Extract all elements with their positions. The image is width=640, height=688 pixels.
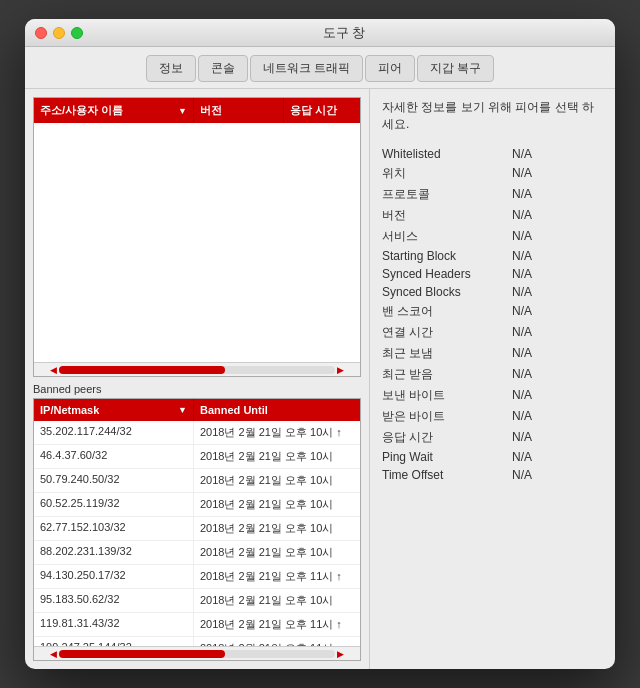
banned-row[interactable]: 62.77.152.103/32 2018년 2월 21일 오후 10시: [34, 517, 360, 541]
banned-table-body[interactable]: 35.202.117.244/32 2018년 2월 21일 오후 10시 ↑ …: [34, 421, 360, 646]
banned-row[interactable]: 46.4.37.60/32 2018년 2월 21일 오후 10시: [34, 445, 360, 469]
banned-row[interactable]: 199.247.25.144/32 2018년 2월 21일 오후 11시 ↑: [34, 637, 360, 646]
tab-console[interactable]: 콘솔: [198, 55, 248, 82]
banned-ip: 62.77.152.103/32: [34, 517, 194, 540]
col-addr-header[interactable]: 주소/사용자 이름 ▼: [34, 98, 194, 123]
banned-until: 2018년 2월 21일 오후 10시: [194, 589, 360, 612]
peers-h-scrollbar[interactable]: ◀ ▶: [34, 362, 360, 376]
tab-info[interactable]: 정보: [146, 55, 196, 82]
banned-until: 2018년 2월 21일 오후 10시: [194, 445, 360, 468]
info-label: 버전: [382, 207, 512, 224]
detail-fields: Whitelisted N/A 위치 N/A 프로토콜 N/A 버전 N/A 서…: [382, 147, 603, 482]
info-label: Synced Blocks: [382, 285, 512, 299]
info-value: N/A: [512, 208, 532, 222]
info-value: N/A: [512, 430, 532, 444]
info-row: 응답 시간 N/A: [382, 429, 603, 446]
info-label: 밴 스코어: [382, 303, 512, 320]
banned-row[interactable]: 35.202.117.244/32 2018년 2월 21일 오후 10시 ↑: [34, 421, 360, 445]
traffic-lights: [35, 27, 83, 39]
select-hint: 자세한 정보를 보기 위해 피어를 선택 하세요.: [382, 99, 603, 133]
banned-ip: 35.202.117.244/32: [34, 421, 194, 444]
banned-scroll-left[interactable]: ◀: [48, 649, 59, 659]
info-label: Ping Wait: [382, 450, 512, 464]
content-area: 주소/사용자 이름 ▼ 버전 응답 시간 ◀ ▶: [25, 89, 615, 669]
info-row: 버전 N/A: [382, 207, 603, 224]
peers-table-body[interactable]: [34, 123, 360, 362]
info-value: N/A: [512, 147, 532, 161]
info-label: 응답 시간: [382, 429, 512, 446]
tab-peers[interactable]: 피어: [365, 55, 415, 82]
banned-h-track[interactable]: [59, 650, 335, 658]
banned-ip: 94.130.250.17/32: [34, 565, 194, 588]
tab-wallet-recovery[interactable]: 지갑 복구: [417, 55, 494, 82]
info-value: N/A: [512, 468, 532, 482]
maximize-button[interactable]: [71, 27, 83, 39]
window-title: 도구 창: [83, 24, 605, 42]
scroll-right-arrow[interactable]: ▶: [335, 365, 346, 375]
info-row: 위치 N/A: [382, 165, 603, 182]
h-scroll-thumb[interactable]: [59, 366, 225, 374]
info-row: 최근 보냄 N/A: [382, 345, 603, 362]
banned-scroll-right[interactable]: ▶: [335, 649, 346, 659]
banned-row[interactable]: 60.52.25.119/32 2018년 2월 21일 오후 10시: [34, 493, 360, 517]
info-value: N/A: [512, 450, 532, 464]
banned-row[interactable]: 88.202.231.139/32 2018년 2월 21일 오후 10시: [34, 541, 360, 565]
col-until-header[interactable]: Banned Until: [194, 399, 360, 421]
info-label: 프로토콜: [382, 186, 512, 203]
info-value: N/A: [512, 249, 532, 263]
info-label: Starting Block: [382, 249, 512, 263]
sort-arrow-ip: ▼: [178, 405, 187, 415]
info-value: N/A: [512, 267, 532, 281]
close-button[interactable]: [35, 27, 47, 39]
info-label: Synced Headers: [382, 267, 512, 281]
banned-row[interactable]: 94.130.250.17/32 2018년 2월 21일 오후 11시 ↑: [34, 565, 360, 589]
info-row: Starting Block N/A: [382, 249, 603, 263]
col-resp-header[interactable]: 응답 시간: [284, 98, 360, 123]
info-row: 연결 시간 N/A: [382, 324, 603, 341]
info-value: N/A: [512, 187, 532, 201]
minimize-button[interactable]: [53, 27, 65, 39]
info-row: Synced Blocks N/A: [382, 285, 603, 299]
banned-table: IP/Netmask ▼ Banned Until 35.202.117.244…: [33, 398, 361, 661]
banned-ip: 199.247.25.144/32: [34, 637, 194, 646]
banned-label: Banned peers: [33, 383, 361, 395]
tab-bar: 정보 콘솔 네트워크 트래픽 피어 지갑 복구: [25, 47, 615, 89]
banned-until: 2018년 2월 21일 오후 11시 ↑: [194, 565, 360, 588]
tab-network-traffic[interactable]: 네트워크 트래픽: [250, 55, 363, 82]
info-label: 받은 바이트: [382, 408, 512, 425]
banned-until: 2018년 2월 21일 오후 10시: [194, 517, 360, 540]
banned-until: 2018년 2월 21일 오후 10시 ↑: [194, 421, 360, 444]
col-ip-header[interactable]: IP/Netmask ▼: [34, 399, 194, 421]
banned-ip: 95.183.50.62/32: [34, 589, 194, 612]
info-row: 밴 스코어 N/A: [382, 303, 603, 320]
info-row: 서비스 N/A: [382, 228, 603, 245]
banned-ip: 119.81.31.43/32: [34, 613, 194, 636]
banned-h-scrollbar[interactable]: ◀ ▶: [34, 646, 360, 660]
banned-row[interactable]: 119.81.31.43/32 2018년 2월 21일 오후 11시 ↑: [34, 613, 360, 637]
banned-table-header: IP/Netmask ▼ Banned Until: [34, 399, 360, 421]
col-ver-header[interactable]: 버전: [194, 98, 284, 123]
h-scroll-track[interactable]: [59, 366, 335, 374]
peers-table-header: 주소/사용자 이름 ▼ 버전 응답 시간: [34, 98, 360, 123]
info-label: 연결 시간: [382, 324, 512, 341]
right-panel: 자세한 정보를 보기 위해 피어를 선택 하세요. Whitelisted N/…: [370, 89, 615, 669]
banned-section: Banned peers IP/Netmask ▼ Banned Until 3…: [33, 383, 361, 661]
info-value: N/A: [512, 304, 532, 318]
info-value: N/A: [512, 229, 532, 243]
info-label: 최근 보냄: [382, 345, 512, 362]
banned-row[interactable]: 95.183.50.62/32 2018년 2월 21일 오후 10시: [34, 589, 360, 613]
info-row: Synced Headers N/A: [382, 267, 603, 281]
banned-until: 2018년 2월 21일 오후 10시: [194, 493, 360, 516]
sort-arrow-addr: ▼: [178, 106, 187, 116]
main-window: 도구 창 정보 콘솔 네트워크 트래픽 피어 지갑 복구 주소/사용자 이름 ▼…: [25, 19, 615, 669]
info-row: Ping Wait N/A: [382, 450, 603, 464]
info-row: 프로토콜 N/A: [382, 186, 603, 203]
info-value: N/A: [512, 367, 532, 381]
scroll-left-arrow[interactable]: ◀: [48, 365, 59, 375]
banned-row[interactable]: 50.79.240.50/32 2018년 2월 21일 오후 10시: [34, 469, 360, 493]
info-label: Time Offset: [382, 468, 512, 482]
banned-until: 2018년 2월 21일 오후 11시 ↑: [194, 613, 360, 636]
info-label: 최근 받음: [382, 366, 512, 383]
info-row: 최근 받음 N/A: [382, 366, 603, 383]
banned-h-thumb[interactable]: [59, 650, 225, 658]
